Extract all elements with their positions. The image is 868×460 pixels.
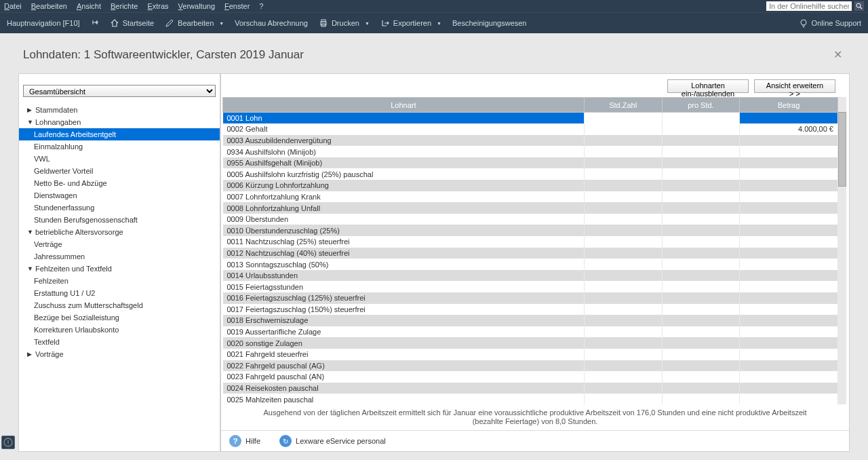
cell-prostd[interactable] xyxy=(662,157,740,169)
cell-betrag[interactable] xyxy=(740,236,838,248)
support-button[interactable]: Online Support xyxy=(799,18,861,28)
table-row[interactable]: 0014 Urlaubsstunden xyxy=(223,270,838,282)
cell-prostd[interactable] xyxy=(662,146,740,157)
cell-stdzahl[interactable] xyxy=(584,349,662,360)
cell-betrag[interactable] xyxy=(740,157,838,169)
cell-stdzahl[interactable] xyxy=(584,270,662,282)
cell-stdzahl[interactable] xyxy=(584,180,662,191)
cell-betrag[interactable] xyxy=(740,135,838,147)
cell-stdzahl[interactable] xyxy=(584,123,662,135)
cell-prostd[interactable] xyxy=(662,225,740,236)
tree-item[interactable]: Bezüge bei Sozialleistung xyxy=(19,311,220,324)
menu-berichte[interactable]: Berichte xyxy=(111,2,138,10)
cell-stdzahl[interactable] xyxy=(584,248,662,259)
cell-prostd[interactable] xyxy=(662,202,740,214)
tree-item[interactable]: ▼Fehlzeiten und Textfeld xyxy=(19,263,220,275)
search-icon[interactable] xyxy=(854,1,864,11)
cell-stdzahl[interactable] xyxy=(584,360,662,372)
cell-prostd[interactable] xyxy=(662,394,740,404)
cell-betrag[interactable] xyxy=(740,248,838,259)
cell-prostd[interactable] xyxy=(662,113,740,124)
expand-view-button[interactable]: Ansicht erweitern > > xyxy=(754,79,835,93)
menu-bearbeiten[interactable]: Bearbeiten xyxy=(31,2,67,10)
tree-item[interactable]: Verträge xyxy=(19,238,220,250)
cell-stdzahl[interactable] xyxy=(584,326,662,338)
menu-datei[interactable]: Datei xyxy=(4,2,22,10)
tree-item[interactable]: Textfeld xyxy=(19,336,220,348)
cell-prostd[interactable] xyxy=(662,270,740,282)
cell-betrag[interactable] xyxy=(740,315,838,326)
tree-item[interactable]: ▼betriebliche Altersvorsorge xyxy=(19,226,220,238)
cell-betrag[interactable] xyxy=(740,292,838,304)
cell-betrag[interactable]: 4.000,00 € xyxy=(740,123,838,135)
table-scrollbar[interactable] xyxy=(838,97,846,404)
cell-betrag[interactable] xyxy=(740,337,838,349)
cell-betrag[interactable] xyxy=(740,304,838,315)
tree-item[interactable]: Geldwerter Vorteil xyxy=(19,165,220,177)
table-row[interactable]: 0001 Lohn xyxy=(223,113,838,124)
cell-betrag[interactable] xyxy=(740,326,838,338)
bearbeiten-button[interactable]: Bearbeiten▼ xyxy=(165,18,224,28)
table-row[interactable]: 0023 Fahrgeld pauschal (AN) xyxy=(223,371,838,383)
tree-item[interactable]: Stunden Berufsgenossenschaft xyxy=(19,214,220,226)
cell-stdzahl[interactable] xyxy=(584,383,662,394)
cell-stdzahl[interactable] xyxy=(584,191,662,203)
cell-betrag[interactable] xyxy=(740,270,838,282)
cell-prostd[interactable] xyxy=(662,258,740,270)
cell-prostd[interactable] xyxy=(662,135,740,147)
cell-betrag[interactable] xyxy=(740,146,838,157)
cell-stdzahl[interactable] xyxy=(584,146,662,157)
tree-item[interactable]: Korrekturen Urlaubskonto xyxy=(19,324,220,336)
col-lohnart[interactable]: Lohnart xyxy=(223,98,585,113)
cell-betrag[interactable] xyxy=(740,383,838,394)
cell-betrag[interactable] xyxy=(740,258,838,270)
cell-stdzahl[interactable] xyxy=(584,315,662,326)
cell-prostd[interactable] xyxy=(662,371,740,383)
help-button[interactable]: ? Hilfe xyxy=(229,435,260,447)
cell-stdzahl[interactable] xyxy=(584,371,662,383)
tree-item[interactable]: Jahressummen xyxy=(19,250,220,263)
pin-icon[interactable] xyxy=(91,19,99,27)
table-row[interactable]: 0017 Feiertagszuschlag (150%) steuerfrei xyxy=(223,304,838,315)
table-row[interactable]: 0015 Feiertagsstunden xyxy=(223,281,838,292)
tree-item[interactable]: ▼Lohnangaben xyxy=(19,116,220,128)
table-row[interactable]: 0002 Gehalt4.000,00 € xyxy=(223,123,838,135)
table-row[interactable]: 0022 Fahrgeld pauschal (AG) xyxy=(223,360,838,372)
cell-stdzahl[interactable] xyxy=(584,113,662,124)
cell-prostd[interactable] xyxy=(662,360,740,372)
tree-item[interactable]: Stundenerfassung xyxy=(19,202,220,214)
table-row[interactable]: 0011 Nachtzuschlag (25%) steuerfrei xyxy=(223,236,838,248)
cell-prostd[interactable] xyxy=(662,180,740,191)
table-row[interactable]: 0025 Mahlzeiten pauschal xyxy=(223,394,838,404)
cell-stdzahl[interactable] xyxy=(584,394,662,404)
table-row[interactable]: 0019 Aussertarifliche Zulage xyxy=(223,326,838,338)
table-row[interactable]: 0009 Überstunden xyxy=(223,214,838,225)
table-row[interactable]: 0018 Erschwerniszulage xyxy=(223,315,838,326)
cell-betrag[interactable] xyxy=(740,360,838,372)
cell-stdzahl[interactable] xyxy=(584,258,662,270)
table-row[interactable]: 0016 Feiertagszuschlag (125%) steuerfrei xyxy=(223,292,838,304)
cell-prostd[interactable] xyxy=(662,281,740,292)
startseite-button[interactable]: Startseite xyxy=(110,18,154,28)
tree-item[interactable]: Netto Be- und Abzüge xyxy=(19,177,220,189)
tree-item[interactable]: Erstattung U1 / U2 xyxy=(19,287,220,299)
bescheinigung-button[interactable]: Bescheinigungswesen xyxy=(452,19,526,27)
cell-betrag[interactable] xyxy=(740,225,838,236)
close-icon[interactable]: ✕ xyxy=(831,45,845,64)
cell-betrag[interactable] xyxy=(740,281,838,292)
table-row[interactable]: 0021 Fahrgeld steuerfrei xyxy=(223,349,838,360)
cell-prostd[interactable] xyxy=(662,349,740,360)
table-row[interactable]: 0010 Überstundenzuschlag (25%) xyxy=(223,225,838,236)
exportieren-button[interactable]: Exportieren▼ xyxy=(380,18,441,28)
col-prostd[interactable]: pro Std. xyxy=(662,98,740,113)
cell-stdzahl[interactable] xyxy=(584,214,662,225)
menu-ansicht[interactable]: Ansicht xyxy=(77,2,101,10)
col-betrag[interactable]: Betrag xyxy=(740,98,838,113)
cell-stdzahl[interactable] xyxy=(584,292,662,304)
cell-prostd[interactable] xyxy=(662,326,740,338)
cell-betrag[interactable] xyxy=(740,214,838,225)
tree-item[interactable]: Zuschuss zum Mutterschaftsgeld xyxy=(19,299,220,311)
cell-prostd[interactable] xyxy=(662,383,740,394)
cell-stdzahl[interactable] xyxy=(584,337,662,349)
cell-stdzahl[interactable] xyxy=(584,157,662,169)
